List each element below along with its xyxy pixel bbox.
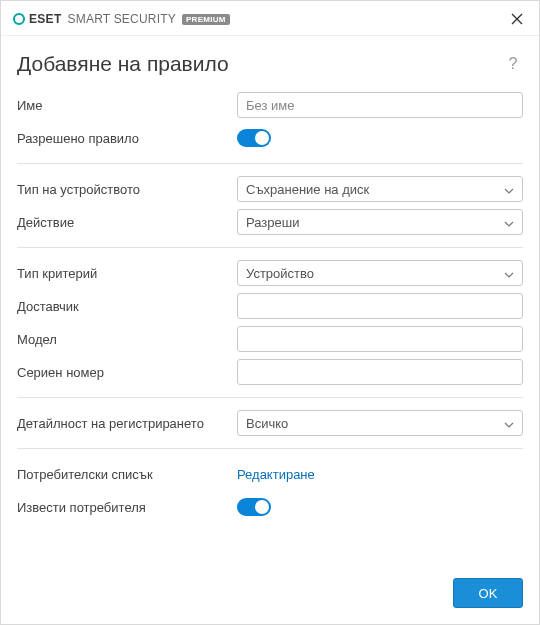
row-userlist: Потребителски списък Редактиране	[17, 459, 523, 489]
svg-point-0	[14, 14, 24, 24]
ok-button[interactable]: OK	[453, 578, 523, 608]
action-value: Разреши	[246, 215, 299, 230]
enabled-field-wrap	[237, 129, 523, 147]
divider	[17, 448, 523, 449]
row-vendor: Доставчик	[17, 291, 523, 321]
enabled-label: Разрешено правило	[17, 131, 237, 146]
vendor-field-wrap	[237, 293, 523, 319]
row-action: Действие Разреши	[17, 207, 523, 237]
help-icon: ?	[509, 55, 518, 72]
toggle-knob	[255, 131, 269, 145]
serial-input[interactable]	[237, 359, 523, 385]
row-device-type: Тип на устройството Съхранение на диск	[17, 174, 523, 204]
toggle-knob	[255, 500, 269, 514]
action-label: Действие	[17, 215, 237, 230]
name-field-wrap	[237, 92, 523, 118]
name-label: Име	[17, 98, 237, 113]
chevron-down-icon	[504, 266, 514, 281]
brand: eset SMART SECURITY PREMIUM	[13, 12, 230, 26]
notify-label: Извести потребителя	[17, 500, 237, 515]
row-serial: Сериен номер	[17, 357, 523, 387]
serial-label: Сериен номер	[17, 365, 237, 380]
brand-eset-text: eset	[29, 12, 62, 26]
row-enabled: Разрешено правило	[17, 123, 523, 153]
notify-toggle[interactable]	[237, 498, 271, 516]
brand-logo: eset	[13, 12, 62, 26]
model-input[interactable]	[237, 326, 523, 352]
row-logging: Детайлност на регистрирането Всичко	[17, 408, 523, 438]
vendor-input[interactable]	[237, 293, 523, 319]
criteria-type-select[interactable]: Устройство	[237, 260, 523, 286]
divider	[17, 247, 523, 248]
userlist-edit-link[interactable]: Редактиране	[237, 467, 315, 482]
userlist-label: Потребителски списък	[17, 467, 237, 482]
device-type-label: Тип на устройството	[17, 182, 237, 197]
logging-value: Всичко	[246, 416, 288, 431]
heading-row: Добавяне на правило ?	[17, 52, 523, 76]
close-icon	[511, 13, 523, 25]
content-area: Добавяне на правило ? Име Разрешено прав…	[1, 36, 539, 566]
criteria-type-value: Устройство	[246, 266, 314, 281]
titlebar: eset SMART SECURITY PREMIUM	[1, 1, 539, 36]
row-notify: Извести потребителя	[17, 492, 523, 522]
action-select[interactable]: Разреши	[237, 209, 523, 235]
dialog-window: eset SMART SECURITY PREMIUM Добавяне на …	[0, 0, 540, 625]
eset-logo-icon	[13, 13, 25, 25]
divider	[17, 397, 523, 398]
row-criteria-type: Тип критерий Устройство	[17, 258, 523, 288]
chevron-down-icon	[504, 182, 514, 197]
chevron-down-icon	[504, 416, 514, 431]
close-button[interactable]	[505, 7, 529, 31]
footer: OK	[1, 566, 539, 624]
action-field-wrap: Разреши	[237, 209, 523, 235]
serial-field-wrap	[237, 359, 523, 385]
model-field-wrap	[237, 326, 523, 352]
help-button[interactable]: ?	[503, 55, 523, 73]
userlist-field-wrap: Редактиране	[237, 467, 523, 482]
model-label: Модел	[17, 332, 237, 347]
logging-select[interactable]: Всичко	[237, 410, 523, 436]
chevron-down-icon	[504, 215, 514, 230]
device-type-field-wrap: Съхранение на диск	[237, 176, 523, 202]
notify-field-wrap	[237, 498, 523, 516]
device-type-value: Съхранение на диск	[246, 182, 369, 197]
logging-field-wrap: Всичко	[237, 410, 523, 436]
divider	[17, 163, 523, 164]
brand-product-text: SMART SECURITY	[68, 12, 176, 26]
criteria-type-label: Тип критерий	[17, 266, 237, 281]
page-title: Добавяне на правило	[17, 52, 229, 76]
logging-label: Детайлност на регистрирането	[17, 416, 237, 431]
name-input[interactable]	[237, 92, 523, 118]
row-name: Име	[17, 90, 523, 120]
row-model: Модел	[17, 324, 523, 354]
vendor-label: Доставчик	[17, 299, 237, 314]
device-type-select[interactable]: Съхранение на диск	[237, 176, 523, 202]
enabled-toggle[interactable]	[237, 129, 271, 147]
brand-edition-badge: PREMIUM	[182, 14, 230, 25]
criteria-type-field-wrap: Устройство	[237, 260, 523, 286]
